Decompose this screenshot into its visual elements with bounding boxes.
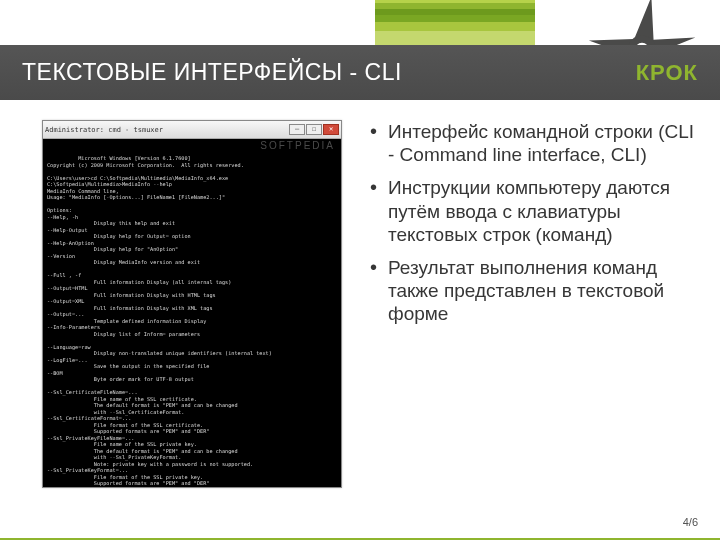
- bullet-item: Инструкции компьютеру даются путём ввода…: [366, 176, 698, 246]
- minimize-button[interactable]: –: [289, 124, 305, 135]
- title-bar: ТЕКСТОВЫЕ ИНТЕРФЕЙСЫ - CLI КРОК: [0, 45, 720, 100]
- slide-title: ТЕКСТОВЫЕ ИНТЕРФЕЙСЫ - CLI: [22, 59, 402, 86]
- window-controls: – ☐ ✕: [289, 124, 339, 135]
- close-button[interactable]: ✕: [323, 124, 339, 135]
- slide: ТЕКСТОВЫЕ ИНТЕРФЕЙСЫ - CLI КРОК Administ…: [0, 0, 720, 540]
- text-column: Интерфейс командной строки (CLI - Comman…: [366, 120, 698, 510]
- bullet-list: Интерфейс командной строки (CLI - Comman…: [366, 120, 698, 325]
- window-titlebar: Administrator: cmd - tsmuxer – ☐ ✕: [43, 121, 341, 139]
- watermark: SOFTPEDIA: [260, 140, 335, 153]
- screenshot-column: Administrator: cmd - tsmuxer – ☐ ✕ SOFTP…: [42, 120, 342, 510]
- console-text: Microsoft Windows [Version 6.1.7600] Cop…: [47, 155, 275, 487]
- maximize-button[interactable]: ☐: [306, 124, 322, 135]
- console-body: SOFTPEDIA Microsoft Windows [Version 6.1…: [43, 139, 341, 487]
- decorative-band: [375, 0, 535, 45]
- bullet-item: Интерфейс командной строки (CLI - Comman…: [366, 120, 698, 166]
- page-number: 4/6: [683, 516, 698, 528]
- content-area: Administrator: cmd - tsmuxer – ☐ ✕ SOFTP…: [0, 110, 720, 510]
- window-title: Administrator: cmd - tsmuxer: [45, 126, 163, 134]
- bullet-item: Результат выполнения команд также предст…: [366, 256, 698, 326]
- company-logo: КРОК: [636, 60, 698, 86]
- console-window: Administrator: cmd - tsmuxer – ☐ ✕ SOFTP…: [42, 120, 342, 488]
